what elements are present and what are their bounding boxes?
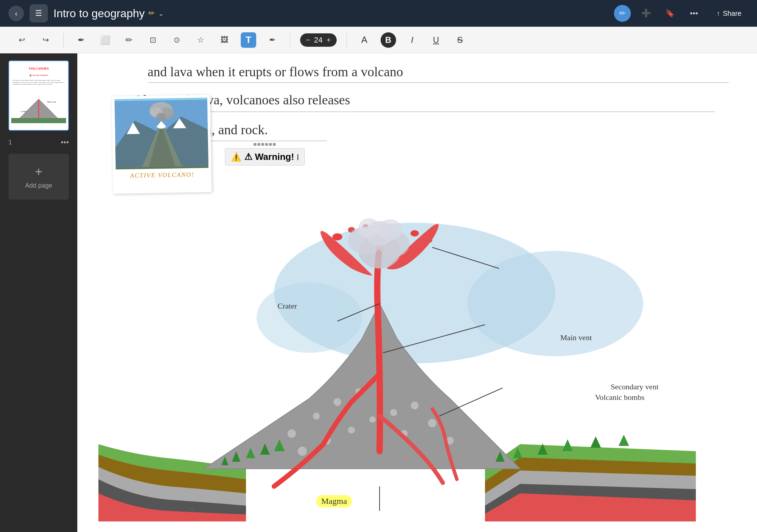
svg-point-42 bbox=[425, 238, 432, 243]
bold-button[interactable]: B bbox=[381, 32, 396, 48]
share-icon: ↑ bbox=[717, 9, 720, 18]
share-label: Share bbox=[723, 9, 742, 18]
select-icon: ⊡ bbox=[150, 35, 156, 45]
font-size-control: − 24 + bbox=[300, 33, 337, 47]
star-tool-button[interactable]: ☆ bbox=[193, 32, 208, 48]
ellipsis-icon: ••• bbox=[690, 9, 698, 18]
svg-point-36 bbox=[428, 419, 436, 427]
volcanic-bombs-label: Volcanic bombs bbox=[595, 393, 645, 402]
svg-point-35 bbox=[411, 402, 419, 409]
bookmark-icon: 🔖 bbox=[665, 9, 675, 18]
pen-tool-button[interactable]: ✒ bbox=[73, 32, 89, 48]
volcano-diagram-svg bbox=[98, 205, 696, 532]
header: ‹ ☰ Intro to geography ✏ ⌄ ✏ ➕ 🔖 ••• ↑ S… bbox=[0, 0, 757, 27]
pen-tool-header-button[interactable]: ✏ bbox=[614, 5, 631, 22]
pen-icon: ✒ bbox=[78, 35, 85, 45]
chevron-down-icon[interactable]: ⌄ bbox=[158, 9, 164, 18]
share-button[interactable]: ↑ Share bbox=[710, 6, 749, 21]
svg-rect-4 bbox=[11, 118, 66, 123]
volcano-photo-image bbox=[115, 98, 208, 170]
handle-dot-1 bbox=[254, 143, 257, 146]
redo-button[interactable]: ↪ bbox=[38, 32, 53, 48]
photo-caption: ACTIVE VOLCANO! bbox=[116, 171, 208, 180]
marker-tool-button[interactable]: ✒ bbox=[265, 32, 280, 48]
eraser-tool-button[interactable]: ⬜ bbox=[97, 32, 113, 48]
eraser-icon: ⬜ bbox=[100, 35, 110, 45]
handle-dot-3 bbox=[261, 143, 264, 146]
pages-panel: VOLCANOES 🌋 Volcanic Eruptions A volcano… bbox=[0, 53, 77, 532]
pencil-tool-button[interactable]: ✏ bbox=[121, 32, 137, 48]
svg-point-26 bbox=[287, 429, 296, 438]
svg-point-49 bbox=[378, 219, 402, 240]
magma-label: Magma bbox=[316, 495, 352, 507]
svg-point-32 bbox=[348, 427, 355, 434]
volcano-photo-svg bbox=[115, 98, 208, 170]
drawing-toolbar: ↩ ↪ ✒ ⬜ ✏ ⊡ ⊙ ☆ 🖼 T ✒ − 24 + A B I bbox=[0, 27, 757, 53]
bookmark-button[interactable]: 🔖 bbox=[662, 5, 679, 22]
secondary-vent-label: Secondary vent bbox=[611, 382, 659, 391]
warning-icon: ⚠️ bbox=[231, 152, 241, 162]
svg-text:Main vent: Main vent bbox=[47, 101, 56, 103]
text-cursor: | bbox=[297, 153, 299, 161]
header-right: ✏ ➕ 🔖 ••• ↑ Share bbox=[614, 5, 749, 22]
svg-point-27 bbox=[313, 413, 320, 420]
add-page-header-button[interactable]: ➕ bbox=[638, 5, 655, 22]
thumb-title: VOLCANOES 🌋 Volcanic Eruptions bbox=[11, 63, 66, 79]
handle-dot-4 bbox=[265, 143, 268, 146]
pencil-icon: ✏ bbox=[125, 35, 132, 45]
add-page-label: Add page bbox=[25, 182, 52, 189]
thumbnail-svg: Main vent Crater bbox=[11, 87, 66, 128]
canvas-area[interactable]: and lava when it erupts or flows from a … bbox=[77, 53, 757, 532]
canvas-content: and lava when it erupts or flows from a … bbox=[77, 53, 757, 532]
font-a-button[interactable]: A bbox=[357, 32, 372, 48]
text-tool-button[interactable]: T bbox=[241, 32, 256, 48]
italic-button[interactable]: I bbox=[405, 32, 420, 48]
back-button[interactable]: ‹ bbox=[8, 6, 24, 21]
svg-point-28 bbox=[334, 398, 341, 406]
svg-point-33 bbox=[369, 416, 376, 423]
strikethrough-button[interactable]: S bbox=[452, 32, 468, 48]
undo-button[interactable]: ↩ bbox=[14, 32, 30, 48]
image-icon: 🖼 bbox=[221, 35, 228, 45]
header-left: ‹ ☰ Intro to geography ✏ ⌄ bbox=[8, 4, 164, 22]
svg-point-48 bbox=[358, 218, 380, 238]
underline-button[interactable]: U bbox=[428, 32, 444, 48]
lasso-icon: ⊙ bbox=[174, 35, 180, 45]
title-area: Intro to geography ✏ ⌄ bbox=[53, 7, 164, 20]
warning-text-box[interactable]: ⚠️ ⚠ Warning! | bbox=[225, 148, 305, 166]
notebook-icon-btn[interactable]: ☰ bbox=[30, 4, 48, 22]
back-icon: ‹ bbox=[15, 9, 18, 18]
more-options-button[interactable]: ••• bbox=[686, 5, 703, 22]
marker-icon: ✒ bbox=[269, 35, 276, 45]
image-tool-button[interactable]: 🖼 bbox=[217, 32, 232, 48]
document-title: Intro to geography bbox=[53, 7, 145, 20]
crater-label: Crater bbox=[278, 301, 297, 311]
redo-icon: ↪ bbox=[43, 35, 49, 45]
svg-point-39 bbox=[332, 233, 342, 240]
page-number: 1 bbox=[8, 139, 12, 146]
page-thumbnail-content: VOLCANOES 🌋 Volcanic Eruptions A volcano… bbox=[9, 61, 68, 130]
font-a-icon: A bbox=[361, 34, 367, 45]
toolbar-divider-3 bbox=[347, 33, 347, 47]
font-size-value: 24 bbox=[313, 35, 324, 45]
lasso-tool-button[interactable]: ⊙ bbox=[169, 32, 185, 48]
thumbnail-drawing: VOLCANOES 🌋 Volcanic Eruptions A volcano… bbox=[9, 61, 68, 130]
strikethrough-icon: S bbox=[457, 35, 463, 45]
underline-icon: U bbox=[433, 35, 439, 45]
text-line-1: and lava when it erupts or flows from a … bbox=[148, 64, 403, 79]
add-page-button[interactable]: + Add page bbox=[8, 154, 69, 200]
pencil-icon: ✏ bbox=[148, 9, 155, 18]
notebook-icon: ☰ bbox=[35, 9, 42, 18]
select-tool-button[interactable]: ⊡ bbox=[145, 32, 161, 48]
thumb-diagram-area: Main vent Crater bbox=[11, 87, 66, 128]
font-size-decrease-button[interactable]: − bbox=[306, 35, 310, 45]
page-1-thumbnail[interactable]: VOLCANOES 🌋 Volcanic Eruptions A volcano… bbox=[8, 60, 69, 131]
page-more-button[interactable]: ••• bbox=[61, 138, 69, 147]
underline-2 bbox=[134, 111, 715, 112]
star-icon: ☆ bbox=[197, 35, 204, 45]
add-page-plus-icon: + bbox=[35, 164, 42, 179]
svg-point-41 bbox=[410, 230, 419, 236]
undo-icon: ↩ bbox=[19, 35, 25, 45]
font-size-increase-button[interactable]: + bbox=[326, 35, 331, 45]
handle-dot-5 bbox=[269, 143, 272, 146]
